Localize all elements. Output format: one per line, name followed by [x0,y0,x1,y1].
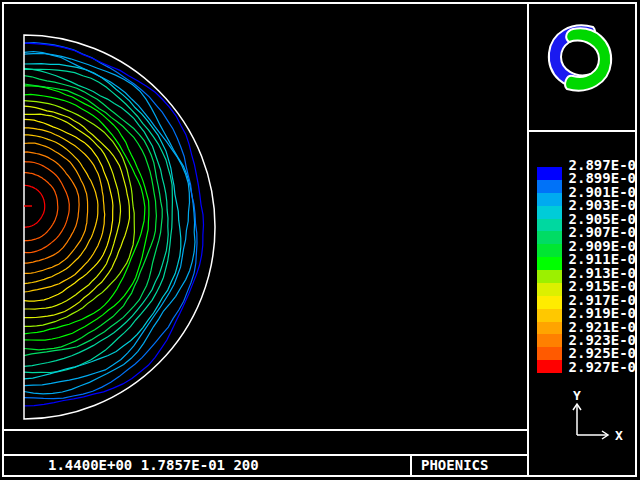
axis-indicator: Y X [548,386,634,448]
contour-plot [4,4,528,429]
legend-value: 2.919E-0 [556,306,636,320]
contour-line [24,173,58,241]
status-bar-values: 1.4400E+00 1.7857E-01 200 [48,456,259,475]
plot-bottom-border [4,429,527,431]
right-panel-divider [527,4,529,475]
status-bar-app-name: PHOENICS [421,456,488,475]
contour-line [24,84,156,350]
cham-logo-green-swirl [565,28,611,90]
contour-line [24,162,69,253]
contour-line [24,152,79,263]
status-cell-divider [410,456,412,475]
contour-line [24,86,149,340]
contour-line [24,54,195,394]
phoenics-photon-window: 2.897E-02.899E-02.901E-02.903E-02.905E-0… [0,0,640,480]
contour-lines [24,43,204,406]
logo-separator [529,130,635,132]
x-axis-label: X [615,428,623,443]
y-axis-label: Y [573,388,581,403]
cham-logo [543,21,617,95]
legend-value: 2.927E-0 [556,360,636,374]
